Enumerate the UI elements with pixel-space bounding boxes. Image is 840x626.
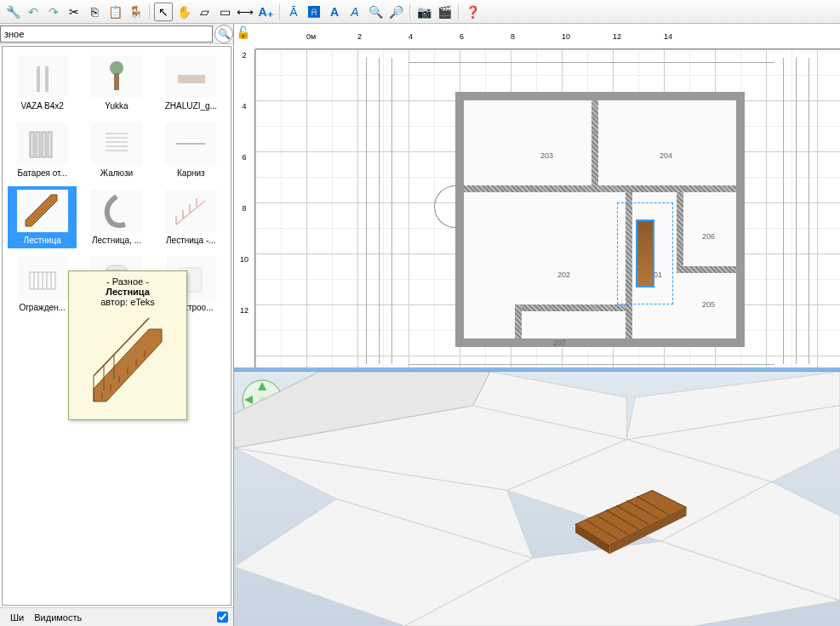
catalog-item-vaza[interactable]: VAZA B4x2 xyxy=(8,52,77,114)
catalog-label: Батарея от... xyxy=(17,168,66,178)
create-walls-icon[interactable]: ▱ xyxy=(195,3,214,21)
catalog-item-blinds[interactable]: Жалюзи xyxy=(82,119,151,181)
catalog-item-staircase2[interactable]: Лестница, ... xyxy=(82,186,151,248)
cut-icon[interactable]: ✂ xyxy=(65,3,83,21)
ruler-mark: 12 xyxy=(613,32,664,48)
view-3d[interactable] xyxy=(234,371,840,626)
lock-icon[interactable]: 🔓 xyxy=(236,26,250,39)
catalog-label: Лестница, ... xyxy=(92,236,141,245)
ruler-mark: 14 xyxy=(664,32,715,48)
catalog-item-fence[interactable]: Огражден... xyxy=(8,253,77,316)
tooltip-preview xyxy=(74,312,181,414)
staircase-icon xyxy=(17,190,68,232)
svg-rect-8 xyxy=(48,132,52,157)
zhaluzi-icon xyxy=(165,55,216,98)
separator xyxy=(149,4,150,20)
staircase3-icon xyxy=(165,190,216,232)
category-bar: 🔍 xyxy=(0,24,233,44)
text-bold-icon[interactable]: A xyxy=(325,3,344,21)
ruler-mark: 10 xyxy=(562,32,613,48)
svg-rect-5 xyxy=(30,132,34,157)
staircase2-icon xyxy=(91,190,142,232)
photo-icon[interactable]: 📷 xyxy=(414,3,433,21)
svg-marker-15 xyxy=(26,195,57,226)
search-icon[interactable]: 🔍 xyxy=(214,25,233,43)
video-icon[interactable]: 🎬 xyxy=(435,3,454,21)
ruler-mark: 6 xyxy=(234,151,254,202)
room-label-205: 205 xyxy=(702,300,715,309)
paste-icon[interactable]: 📋 xyxy=(106,3,124,21)
staircase-plan[interactable] xyxy=(636,219,654,287)
ruler-mark xyxy=(255,32,306,48)
width-label: Ши xyxy=(10,612,24,623)
separator xyxy=(279,4,280,20)
room-label-204: 204 xyxy=(660,151,672,160)
ruler-mark: 8 xyxy=(234,202,254,253)
redo-icon[interactable]: ↷ xyxy=(44,3,63,21)
room-label-206: 206 xyxy=(702,232,715,241)
ruler-mark: 8 xyxy=(511,32,562,48)
catalog-item-staircase[interactable]: Лестница xyxy=(8,186,77,248)
catalog-label: Yukka xyxy=(105,101,128,111)
svg-line-16 xyxy=(176,201,205,225)
scene-3d xyxy=(234,372,840,626)
add-furniture-icon[interactable]: 🪑 xyxy=(126,3,145,21)
help-icon[interactable]: ❓ xyxy=(463,3,482,21)
vertical-ruler: 24681012 xyxy=(234,49,255,367)
visibility-checkbox[interactable] xyxy=(217,612,228,623)
catalog-item-battery[interactable]: Батарея от... xyxy=(8,119,77,181)
ruler-mark: 10 xyxy=(234,253,254,304)
catalog-label: Карниз xyxy=(177,168,205,178)
catalog-label: VAZA B4x2 xyxy=(20,101,63,111)
zoom-out-icon[interactable]: 🔍 xyxy=(366,3,385,21)
item-tooltip: - Разное - Лестница автор: eTeks xyxy=(68,270,187,420)
room-label-203: 203 xyxy=(540,151,553,160)
visibility-label: Видимость xyxy=(34,612,82,623)
room-label-202: 202 xyxy=(557,270,570,279)
catalog-item-staircase3[interactable]: Лестница -... xyxy=(157,186,226,248)
plan-view-2d[interactable]: 🔓 0м2468101214 24681012 xyxy=(234,24,840,371)
tooltip-name: Лестница xyxy=(74,287,181,297)
properties-bar: Ши Видимость xyxy=(0,607,233,626)
pan-icon[interactable]: ✋ xyxy=(174,3,193,21)
separator xyxy=(409,4,410,20)
tools-icon[interactable]: 🔧 xyxy=(3,3,22,21)
catalog-item-zhaluzi[interactable]: ZHALUZI_g... xyxy=(157,52,226,114)
copy-icon[interactable]: ⎘ xyxy=(85,3,104,21)
select-icon[interactable]: ↖ xyxy=(154,3,173,21)
svg-rect-6 xyxy=(36,132,40,157)
create-text-icon[interactable]: A₊ xyxy=(256,3,275,21)
svg-rect-4 xyxy=(178,75,205,83)
cornice-icon xyxy=(165,122,216,165)
svg-rect-7 xyxy=(42,132,46,157)
fence-icon xyxy=(17,257,68,299)
battery-icon xyxy=(17,122,68,165)
svg-rect-0 xyxy=(37,66,40,92)
catalog-item-yukka[interactable]: Yukka xyxy=(82,52,151,114)
svg-point-2 xyxy=(110,61,123,75)
zoom-in-icon[interactable]: 🔎 xyxy=(386,3,405,21)
vaza-icon xyxy=(17,55,68,98)
svg-rect-3 xyxy=(114,73,119,90)
catalog-item-cornice[interactable]: Карниз xyxy=(157,119,226,181)
text-italic-icon[interactable]: A xyxy=(346,3,364,21)
main-toolbar: 🔧 ↶ ↷ ✂ ⎘ 📋 🪑 ↖ ✋ ▱ ▭ ⟷ A₊ Ā 🅰 A A 🔍 🔎 📷… xyxy=(0,0,840,24)
create-rooms-icon[interactable]: ▭ xyxy=(215,3,234,21)
ruler-mark: 4 xyxy=(234,100,254,151)
catalog-label: Жалюзи xyxy=(100,168,133,178)
blinds-icon xyxy=(91,122,142,165)
ruler-mark: 12 xyxy=(234,304,254,356)
ruler-mark: 0м xyxy=(306,32,357,48)
text-dec-icon[interactable]: 🅰 xyxy=(305,3,323,21)
catalog-label: Лестница xyxy=(24,236,61,245)
room-label-207: 207 xyxy=(553,339,566,347)
text-inc-icon[interactable]: Ā xyxy=(284,3,303,21)
yukka-icon xyxy=(91,55,142,98)
floorplan: 203204206201202205207 xyxy=(426,66,774,356)
create-dimensions-icon[interactable]: ⟷ xyxy=(236,3,254,21)
ruler-mark: 6 xyxy=(460,32,511,48)
svg-rect-1 xyxy=(45,66,49,92)
undo-icon[interactable]: ↶ xyxy=(24,3,43,21)
plan-canvas[interactable]: 203204206201202205207 xyxy=(255,49,840,367)
category-dropdown[interactable] xyxy=(0,26,213,43)
